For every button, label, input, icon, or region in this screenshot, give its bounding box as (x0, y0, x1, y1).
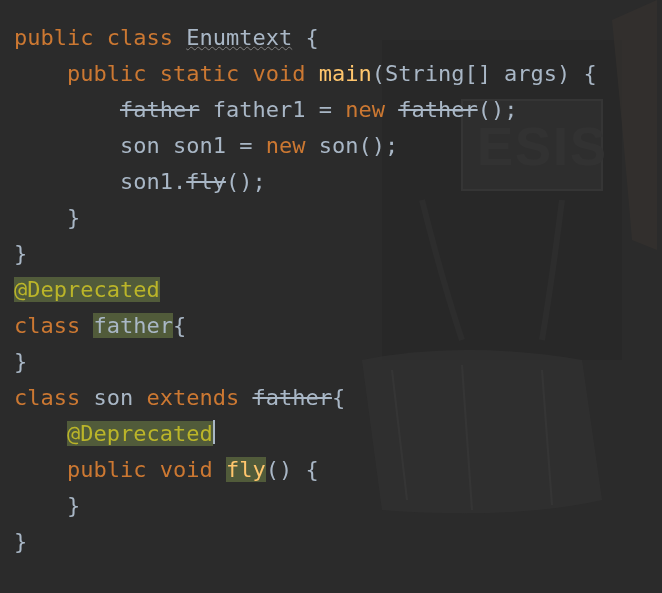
params: (String[] args) { (372, 61, 597, 86)
annotation: @Deprecated (67, 421, 213, 446)
class-name: father (93, 313, 172, 338)
keyword: extends (146, 385, 239, 410)
keyword: new (266, 133, 306, 158)
keyword: class (14, 385, 80, 410)
brace: { (305, 25, 318, 50)
method-name: fly (226, 457, 266, 482)
deprecated-ctor: father (398, 97, 477, 122)
keyword: public (14, 25, 93, 50)
code-line: @Deprecated (14, 416, 662, 452)
code-line: } (14, 236, 662, 272)
variable: father1 (213, 97, 306, 122)
code-line: son son1 = new son(); (14, 128, 662, 164)
keyword: void (160, 457, 213, 482)
brace: } (14, 349, 27, 374)
code-line: class son extends father{ (14, 380, 662, 416)
deprecated-call: fly (186, 169, 226, 194)
code-line: public static void main(String[] args) { (14, 56, 662, 92)
keyword: void (252, 61, 305, 86)
keyword: static (160, 61, 239, 86)
code-line: class father{ (14, 308, 662, 344)
class-name: son (93, 385, 133, 410)
code-line: } (14, 524, 662, 560)
keyword: new (345, 97, 385, 122)
brace: { (173, 313, 186, 338)
code-line: } (14, 488, 662, 524)
text-cursor (213, 420, 215, 444)
code-line: public class Enumtext { (14, 20, 662, 56)
brace: } (14, 529, 27, 554)
method-name: main (319, 61, 372, 86)
params: () { (266, 457, 319, 482)
class-name: Enumtext (186, 25, 292, 50)
annotation: @Deprecated (14, 277, 160, 302)
object-ref: son1. (120, 169, 186, 194)
code-line: public void fly() { (14, 452, 662, 488)
type: son (120, 133, 160, 158)
code-line: father father1 = new father(); (14, 92, 662, 128)
deprecated-parent: father (252, 385, 331, 410)
keyword: class (107, 25, 173, 50)
keyword: class (14, 313, 80, 338)
brace: } (14, 241, 27, 266)
brace: } (67, 493, 80, 518)
code-editor[interactable]: public class Enumtext { public static vo… (0, 0, 662, 560)
deprecated-type: father (120, 97, 199, 122)
ctor: son (319, 133, 359, 158)
keyword: public (67, 61, 146, 86)
code-line: @Deprecated (14, 272, 662, 308)
keyword: public (67, 457, 146, 482)
code-line: } (14, 200, 662, 236)
brace: { (332, 385, 345, 410)
code-line: } (14, 344, 662, 380)
variable: son1 (173, 133, 226, 158)
code-line: son1.fly(); (14, 164, 662, 200)
brace: } (67, 205, 80, 230)
